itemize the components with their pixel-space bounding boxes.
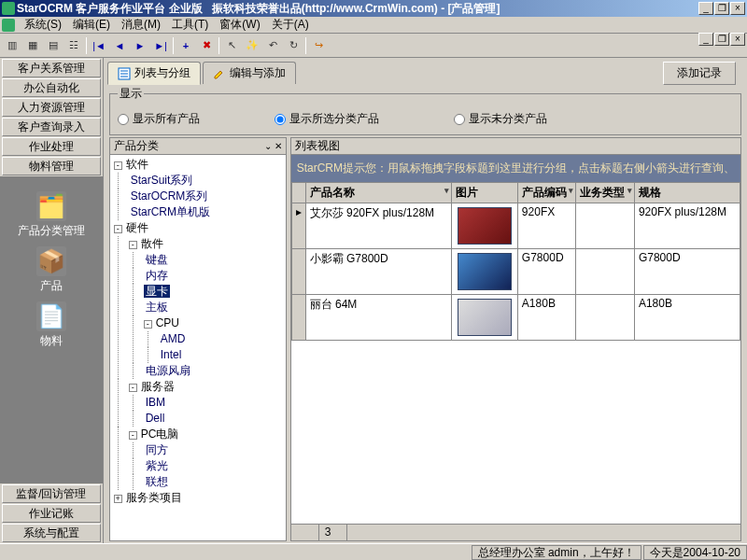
grid-header: 列表视图 [291, 138, 740, 155]
grid-footer: 3 [291, 524, 740, 540]
tb-add-icon[interactable]: + [177, 37, 194, 54]
list-icon [118, 67, 131, 80]
sidebar-btn-5[interactable]: 物料管理 [2, 157, 101, 175]
grid-hint: StarCRM提示您：用鼠标拖拽字段标题到这里进行分组，点击标题右侧小箭头进行查… [291, 155, 740, 182]
tb-delete-icon[interactable]: ✖ [198, 37, 215, 54]
sidebar-btn-0[interactable]: 客户关系管理 [2, 59, 101, 77]
tb-first-icon[interactable]: |◄ [91, 37, 107, 54]
tab-list[interactable]: 列表与分组 [107, 62, 201, 85]
col-spec[interactable]: 规格 [634, 183, 740, 203]
table-row[interactable]: 丽台 64MA180BA180B [291, 295, 740, 341]
menubar: 系统(S) 编辑(E) 消息(M) 工具(T) 窗体(W) 关于(A) [0, 17, 747, 34]
grid-count: 3 [319, 525, 347, 540]
tree-panel: 产品分类 ⌄ ✕ -软件 StarSuit系列 StarOCRM系列 StarC… [109, 137, 287, 541]
product-image [458, 253, 512, 290]
sidebar-icon-1[interactable]: 📦产品 [36, 241, 66, 294]
add-record-button[interactable]: 添加记录 [663, 62, 736, 85]
filter-unclassified[interactable]: 显示未分类产品 [454, 111, 547, 127]
tb-exit-icon[interactable]: ↪ [310, 37, 327, 54]
grid[interactable]: 产品名称▾ 图片 产品编码▾ 业务类型▾ 规格 ▸艾尔莎 920FX plus/… [291, 182, 740, 524]
tb-prev-icon[interactable]: ◄ [111, 37, 128, 54]
tb-last-icon[interactable]: ►| [152, 37, 169, 54]
filter-panel: 显示 显示所有产品 显示所选分类产品 显示未分类产品 [109, 86, 741, 135]
title-text: StarOCRM 客户服务作业平台 企业版 振软科技荣誉出品(http://ww… [17, 1, 698, 17]
sidebar-btn-3[interactable]: 客户查询录入 [2, 118, 101, 136]
tb-open-icon[interactable]: ▦ [24, 37, 41, 54]
tb-undo-icon[interactable]: ↶ [264, 37, 281, 54]
tb-new-icon[interactable]: ▥ [4, 37, 21, 54]
filter-all[interactable]: 显示所有产品 [118, 111, 200, 127]
mdi-close-button[interactable]: × [730, 33, 745, 46]
grid-panel: 列表视图 StarCRM提示您：用鼠标拖拽字段标题到这里进行分组，点击标题右侧小… [290, 137, 741, 541]
sidebar-bottom-btn-1[interactable]: 作业记账 [2, 504, 101, 523]
menu-system[interactable]: 系统(S) [19, 16, 67, 34]
tb-grid-icon[interactable]: ☷ [65, 37, 82, 54]
menu-edit[interactable]: 编辑(E) [67, 16, 116, 34]
tree-header: 产品分类 ⌄ ✕ [110, 138, 286, 155]
product-image [458, 207, 512, 245]
menu-about[interactable]: 关于(A) [266, 16, 315, 34]
menu-tools[interactable]: 工具(T) [166, 16, 214, 34]
sidebar-icons: 🗂️产品分类管理📦产品📄物料 [0, 176, 103, 483]
filter-legend: 显示 [118, 86, 144, 102]
minimize-button[interactable]: _ [698, 2, 713, 15]
col-biz[interactable]: 业务类型▾ [576, 183, 635, 203]
tab-edit[interactable]: 编辑与添加 [203, 62, 296, 84]
tb-form-icon[interactable]: ▤ [45, 37, 62, 54]
tree[interactable]: -软件 StarSuit系列 StarOCRM系列 StarCRM单机版 -硬件… [110, 155, 286, 540]
col-code[interactable]: 产品编码▾ [517, 183, 576, 203]
titlebar: StarOCRM 客户服务作业平台 企业版 振软科技荣誉出品(http://ww… [0, 0, 747, 17]
close-button[interactable]: × [730, 2, 745, 15]
menu-message[interactable]: 消息(M) [116, 16, 166, 34]
col-img[interactable]: 图片 [451, 183, 517, 203]
sidebar-btn-1[interactable]: 办公自动化 [2, 78, 101, 97]
sidebar: 客户关系管理办公自动化人力资源管理客户查询录入作业处理物料管理 🗂️产品分类管理… [0, 58, 104, 543]
tabstrip: 列表与分组 编辑与添加 添加记录 [104, 58, 747, 84]
sidebar-bottom-btn-0[interactable]: 监督/回访管理 [2, 484, 101, 503]
sidebar-btn-4[interactable]: 作业处理 [2, 137, 101, 156]
tb-next-icon[interactable]: ► [132, 37, 148, 54]
sidebar-icon-2[interactable]: 📄物料 [36, 296, 66, 349]
mdi-restore-button[interactable]: ❐ [714, 33, 729, 46]
chevron-icon[interactable]: ⌄ ✕ [264, 141, 282, 151]
app-icon [2, 2, 15, 15]
col-name[interactable]: 产品名称▾ [305, 183, 451, 203]
table-row[interactable]: 小影霸 G7800DG7800DG7800D [291, 249, 740, 295]
tb-refresh-icon[interactable]: ↻ [285, 37, 302, 54]
tb-wand-icon[interactable]: ✨ [244, 37, 261, 54]
sidebar-btn-2[interactable]: 人力资源管理 [2, 98, 101, 117]
mdi-minimize-button[interactable]: _ [698, 33, 713, 46]
tree-node-selected: 显卡 [144, 285, 170, 298]
filter-selected[interactable]: 显示所选分类产品 [275, 111, 379, 127]
status-date: 今天是2004-10-20 [643, 545, 747, 560]
menu-icon [2, 19, 15, 32]
toolbar: ▥ ▦ ▤ ☷ |◄ ◄ ► ►| + ✖ ↖ ✨ ↶ ↻ ↪ [0, 34, 747, 58]
edit-icon [213, 67, 226, 80]
product-image [458, 299, 512, 336]
sidebar-icon-0[interactable]: 🗂️产品分类管理 [18, 186, 85, 239]
tb-cursor-icon[interactable]: ↖ [223, 37, 240, 54]
status-office: 总经理办公室 admin，上午好！ [472, 545, 641, 560]
menu-window[interactable]: 窗体(W) [214, 16, 265, 34]
sidebar-bottom-btn-2[interactable]: 系统与配置 [2, 524, 101, 542]
table-row[interactable]: ▸艾尔莎 920FX plus/128M920FX920FX plus/128M [291, 203, 740, 249]
statusbar: 总经理办公室 admin，上午好！ 今天是2004-10-20 [0, 543, 747, 560]
maximize-button[interactable]: ❐ [714, 2, 729, 15]
